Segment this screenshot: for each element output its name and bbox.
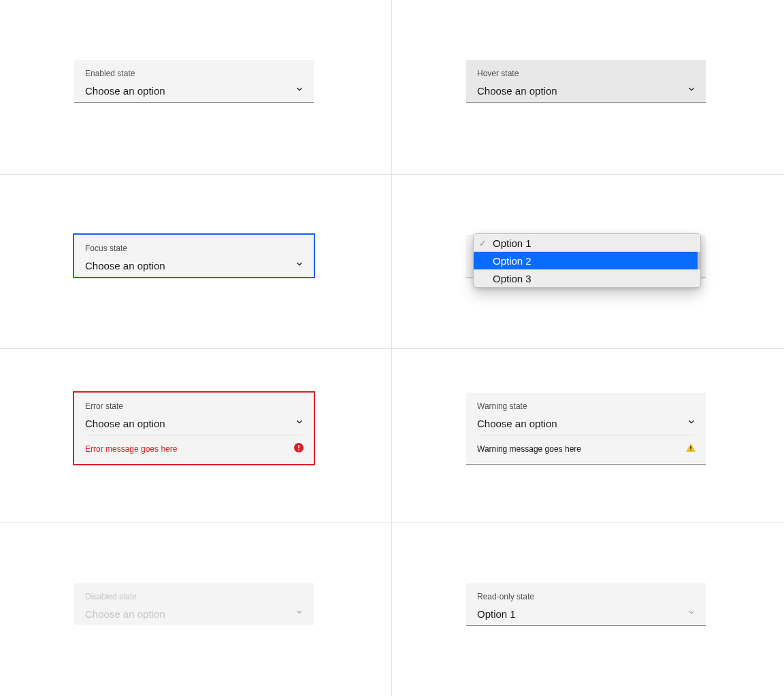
- chevron-down-icon: [295, 259, 304, 271]
- select-error[interactable]: Error state Choose an option Error messa…: [74, 393, 314, 464]
- cell-readonly: Read-only state Option 1: [392, 523, 784, 696]
- select-value: Choose an option: [85, 418, 165, 429]
- svg-rect-2: [298, 449, 299, 450]
- chevron-down-icon: [295, 84, 304, 97]
- select-label: Enabled state: [74, 60, 314, 79]
- cell-disabled: Disabled state Choose an option: [0, 523, 392, 696]
- select-warning[interactable]: Warning state Choose an option Warning m…: [466, 393, 706, 465]
- select-hover[interactable]: Hover state Choose an option: [466, 60, 706, 103]
- cell-open: ✓ Option 1 Option 2 Option 3: [392, 174, 784, 348]
- error-icon: [293, 442, 304, 456]
- chevron-down-icon: [687, 608, 696, 620]
- svg-rect-1: [298, 445, 299, 448]
- select-menu: ✓ Option 1 Option 2 Option 3: [473, 233, 701, 288]
- select-label: Focus state: [74, 235, 314, 254]
- select-value: Choose an option: [85, 260, 165, 271]
- error-message: Error message goes here: [85, 444, 177, 454]
- select-label: Error state: [74, 393, 314, 412]
- select-label: Disabled state: [74, 583, 314, 602]
- cell-focus: Focus state Choose an option: [0, 174, 392, 348]
- select-enabled[interactable]: Enabled state Choose an option: [74, 60, 314, 103]
- select-disabled: Disabled state Choose an option: [74, 583, 314, 625]
- cell-enabled: Enabled state Choose an option: [0, 0, 392, 174]
- warning-message: Warning message goes here: [477, 444, 581, 454]
- select-value: Choose an option: [85, 608, 165, 620]
- menu-item-option-2[interactable]: Option 2: [474, 252, 700, 269]
- select-value: Choose an option: [85, 85, 165, 97]
- chevron-down-icon: [687, 84, 696, 97]
- select-label: Warning state: [466, 393, 706, 412]
- select-value: Option 1: [477, 608, 516, 620]
- menu-item-label: Option 1: [493, 237, 532, 249]
- menu-item-option-1[interactable]: ✓ Option 1: [474, 234, 700, 252]
- chevron-down-icon: [687, 417, 696, 429]
- chevron-down-icon: [295, 608, 304, 620]
- svg-rect-3: [690, 446, 691, 449]
- select-value: Choose an option: [477, 85, 557, 97]
- menu-item-label: Option 2: [493, 255, 532, 267]
- select-label: Read-only state: [466, 583, 706, 602]
- select-label: Hover state: [466, 60, 706, 79]
- cell-hover: Hover state Choose an option: [392, 0, 784, 174]
- select-readonly: Read-only state Option 1: [466, 583, 706, 626]
- select-states-grid: Enabled state Choose an option Hover sta…: [0, 0, 784, 696]
- cell-warning: Warning state Choose an option Warning m…: [392, 348, 784, 523]
- cell-error: Error state Choose an option Error messa…: [0, 348, 392, 523]
- menu-item-label: Option 3: [493, 273, 532, 284]
- select-focus[interactable]: Focus state Choose an option: [74, 235, 314, 277]
- warning-icon: [685, 442, 696, 456]
- chevron-down-icon: [295, 417, 304, 429]
- menu-item-option-3[interactable]: Option 3: [474, 269, 700, 287]
- select-value: Choose an option: [477, 418, 557, 429]
- svg-rect-4: [690, 450, 691, 450]
- check-icon: ✓: [479, 238, 487, 248]
